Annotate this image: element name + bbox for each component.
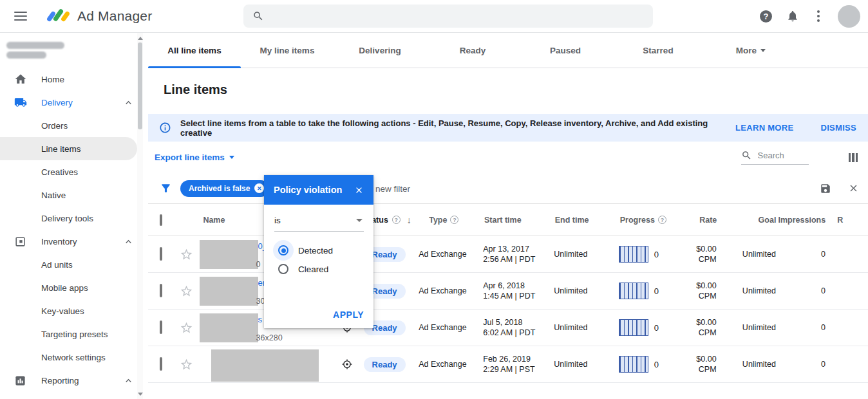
sidebar-item-label: Creatives: [41, 167, 78, 177]
col-header-rate[interactable]: Rate: [667, 215, 720, 225]
status-badge: Ready: [364, 357, 406, 372]
goal-cell: Unlimited: [719, 286, 778, 295]
target-icon[interactable]: [341, 358, 354, 371]
scroll-up-icon[interactable]: [137, 34, 143, 42]
save-filter-icon[interactable]: [820, 183, 831, 194]
notifications-bell-icon[interactable]: [786, 10, 799, 23]
impressions-cell: 0: [778, 250, 831, 259]
sidebar-item-creatives[interactable]: Creatives: [0, 160, 143, 183]
row-checkbox[interactable]: [160, 357, 162, 371]
sidebar-item-delivery-tools[interactable]: Delivery tools: [0, 207, 143, 230]
global-search-input[interactable]: [270, 11, 631, 21]
apply-button[interactable]: APPLY: [333, 310, 364, 320]
sidebar-item-line-items[interactable]: Line items: [0, 137, 137, 160]
close-icon[interactable]: [354, 185, 364, 195]
star-icon[interactable]: [180, 248, 193, 261]
impressions-cell: 0: [778, 286, 831, 295]
sidebar-item-reporting[interactable]: Reporting: [0, 369, 143, 392]
help-icon[interactable]: ?: [760, 10, 772, 23]
radio-option-cleared[interactable]: Cleared: [274, 264, 364, 274]
truck-icon: [14, 96, 27, 109]
filter-bar: Archived is false ✕ new filter: [148, 173, 868, 204]
sidebar-item-label: Native: [41, 190, 66, 200]
tab-ready[interactable]: Ready: [426, 33, 519, 68]
table-header-row: Name Status? ↓ Type? Start time End time…: [148, 204, 868, 236]
export-line-items-button[interactable]: Export line items: [155, 153, 234, 162]
start-time-cell: Feb 26, 20192:29 AM | PST: [476, 354, 545, 375]
star-icon[interactable]: [180, 358, 193, 371]
app-title: Ad Manager: [77, 8, 152, 24]
col-header-extra[interactable]: R: [831, 216, 868, 225]
help-circle-icon: ?: [658, 216, 666, 224]
start-clock: 1:45 AM | PDT: [483, 291, 545, 301]
new-filter-label[interactable]: new filter: [375, 183, 410, 193]
start-clock: 6:02 AM | PDT: [483, 328, 545, 338]
scroll-down-icon[interactable]: [137, 390, 143, 398]
col-header-goal[interactable]: Goal: [719, 216, 778, 225]
sidebar-item-delivery[interactable]: Delivery: [0, 91, 143, 114]
select-all-checkbox[interactable]: [160, 214, 162, 226]
export-label: Export line items: [155, 153, 225, 162]
chevron-up-icon[interactable]: [123, 236, 134, 247]
dismiss-link[interactable]: DISMISS: [820, 123, 856, 133]
progress-bar: [619, 283, 648, 299]
sidebar-item-label: Ad units: [41, 260, 73, 270]
sidebar-item-targeting-presets[interactable]: Targeting presets: [0, 322, 143, 346]
remove-filter-icon[interactable]: ✕: [254, 183, 264, 193]
account-avatar[interactable]: [838, 5, 860, 28]
col-header-impressions[interactable]: Impressions: [778, 216, 831, 225]
column-settings-icon[interactable]: [849, 153, 858, 162]
radio-option-detected[interactable]: Detected: [274, 245, 364, 255]
sidebar-item-home[interactable]: Home: [0, 68, 143, 91]
col-header-type[interactable]: Type?: [410, 216, 478, 225]
col-header-progress[interactable]: Progress?: [611, 216, 667, 225]
sidebar-item-key-values[interactable]: Key-values: [0, 299, 143, 322]
global-search-box[interactable]: [243, 5, 653, 28]
rate-cell: $0.00CPM: [666, 354, 719, 375]
end-time-cell: Unlimited: [545, 360, 610, 369]
scrollbar-thumb[interactable]: [138, 42, 142, 129]
info-icon: [159, 122, 171, 134]
table-search[interactable]: [741, 150, 809, 165]
hamburger-menu-icon[interactable]: [14, 12, 27, 21]
tab-my-line-items[interactable]: My line items: [241, 33, 334, 68]
chevron-up-icon[interactable]: [123, 375, 134, 386]
operator-dropdown[interactable]: is: [274, 216, 364, 232]
sidebar-item-inventory[interactable]: Inventory: [0, 230, 143, 253]
tab-paused[interactable]: Paused: [519, 33, 612, 68]
name-link-fragment[interactable]: s: [258, 315, 263, 324]
table-search-input[interactable]: [758, 151, 803, 160]
goal-cell: Unlimited: [719, 360, 778, 369]
sidebar-item-network-settings[interactable]: Network settings: [0, 346, 143, 369]
progress-value: 0: [654, 360, 659, 369]
end-time-cell: Unlimited: [545, 250, 610, 259]
sidebar-item-mobile-apps[interactable]: Mobile apps: [0, 276, 143, 299]
sidebar-item-orders[interactable]: Orders: [0, 114, 143, 137]
sidebar-item-native[interactable]: Native: [0, 183, 143, 207]
tab-delivering[interactable]: Delivering: [334, 33, 426, 68]
star-icon[interactable]: [180, 284, 193, 298]
sidebar-item-ad-units[interactable]: Ad units: [0, 253, 143, 276]
rate-value: $0.00: [666, 244, 717, 254]
search-icon: [252, 10, 264, 22]
row-checkbox[interactable]: [160, 284, 162, 297]
operator-value: is: [274, 216, 281, 225]
tab-more[interactable]: More: [704, 33, 797, 68]
tab-starred[interactable]: Starred: [612, 33, 704, 68]
chevron-up-icon[interactable]: [123, 97, 134, 108]
close-filter-bar-icon[interactable]: [848, 183, 859, 194]
col-header-start-time[interactable]: Start time: [478, 215, 546, 225]
filter-chip-archived[interactable]: Archived is false ✕: [180, 180, 269, 197]
rate-value: $0.00: [666, 281, 717, 291]
sidebar-scrollbar[interactable]: [137, 33, 143, 399]
row-checkbox[interactable]: [160, 320, 162, 334]
col-header-end-time[interactable]: End time: [546, 216, 611, 225]
progress-bar: [619, 319, 648, 336]
row-checkbox[interactable]: [160, 247, 162, 261]
dropdown-caret-icon: [356, 219, 363, 222]
learn-more-link[interactable]: LEARN MORE: [735, 123, 793, 133]
more-options-kebab-icon[interactable]: [813, 9, 824, 23]
tab-all-line-items[interactable]: All line items: [148, 33, 241, 68]
start-date: Apr 13, 2017: [483, 244, 545, 254]
star-icon[interactable]: [180, 321, 193, 335]
